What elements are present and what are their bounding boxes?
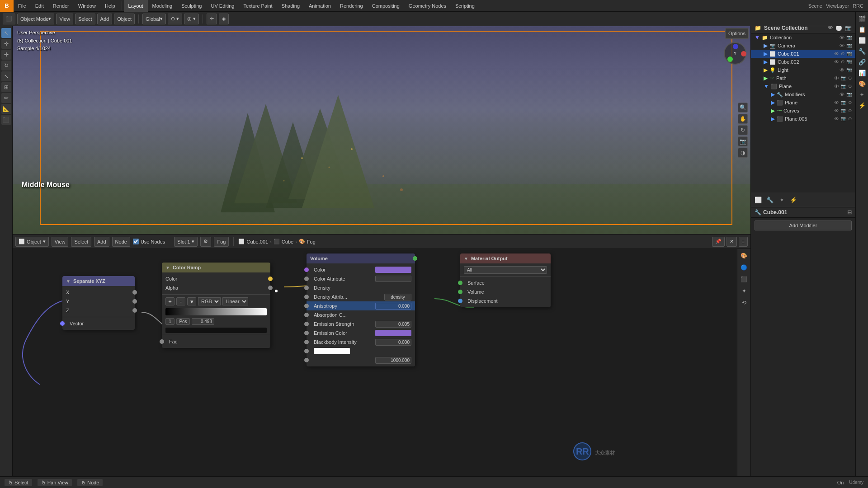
sc-item-plane005[interactable]: ▶ ⬛ Plane.005 👁 📷 ⊙ [751,115,855,123]
ne-use-nodes-toggle[interactable]: Use Nodes [133,239,165,244]
toolbar-cursor[interactable]: ✛ [207,14,217,24]
item-render-icon[interactable]: 📷 [841,100,846,105]
sc-item-cube001[interactable]: ▶ ⬜ Cube.001 👁 ⊙ 📷 [751,50,855,58]
ne-material-icon[interactable]: ⚙ [200,237,211,247]
toolbar-object-mode[interactable]: Object Mode ▾ [17,14,54,24]
ne-slot[interactable]: Slot 1 ▾ [174,237,198,247]
menu-render[interactable]: Render [48,0,74,12]
node-separate-xyz[interactable]: ▼ Separate XYZ X Y Z V [62,276,135,330]
mode-shading[interactable]: Shading [277,0,304,12]
vol-white-swatch[interactable] [314,348,350,354]
socket-in-vol-emission-str[interactable] [304,322,309,326]
tool-add-cube[interactable]: ⬛ [1,115,11,125]
item-render-icon[interactable]: 📷 [841,108,846,113]
item-render-icon[interactable]: 📷 [846,51,852,56]
ne-view[interactable]: View [52,237,69,247]
ramp-add-btn[interactable]: + [165,297,175,305]
item-extra-icon[interactable]: ⊙ [848,100,852,105]
socket-in-mo-surface[interactable] [458,281,462,285]
ne-strip-icon1[interactable]: 🎨 [739,251,749,261]
sc-item-plane[interactable]: ▼ ⬛ Plane 👁 📷 ⊙ [751,82,855,90]
strip-data-icon[interactable]: 📊 [857,68,867,78]
sc-item-cube002[interactable]: ▶ ⬜ Cube.002 👁 ⊙ 📷 [751,58,855,66]
vol-emission-swatch[interactable] [375,330,411,336]
item-eye-icon[interactable]: 👁 [840,35,844,40]
socket-in-fac[interactable] [160,339,164,344]
socket-out-x[interactable] [132,290,137,295]
ne-strip-icon4[interactable]: ✦ [739,286,749,296]
tool-transform[interactable]: ⊞ [1,82,11,92]
item-eye-icon[interactable]: 👁 [834,59,839,65]
item-eye-icon[interactable]: 👁 [840,92,844,97]
ne-select[interactable]: Select [71,237,91,247]
toolbar-snap[interactable]: ⊙ ▾ [168,14,182,24]
strip-modifier-icon[interactable]: 🔧 [857,46,867,56]
item-eye-icon[interactable]: 👁 [834,75,839,81]
socket-in-vector[interactable] [60,321,65,326]
blender-logo[interactable]: B [0,0,14,12]
vol-color-attr-swatch[interactable] [375,276,411,282]
ne-add[interactable]: Add [94,237,109,247]
socket-in-vol-density-attr[interactable] [304,295,309,299]
anisotropy-field[interactable] [375,303,411,310]
item-eye-icon[interactable]: 👁 [840,67,844,73]
sc-item-plane-sub[interactable]: ▶ ⬛ Plane 👁 📷 ⊙ [751,99,855,107]
status-node-btn[interactable]: 🖱 Node [77,479,103,486]
menu-window[interactable]: Window [74,0,100,12]
socket-in-mo-displacement[interactable] [458,299,462,303]
item-render-icon[interactable]: 📷 [841,75,846,81]
item-render-icon[interactable]: 📷 [841,84,846,89]
toolbar-editor-type[interactable]: ⬛ [3,14,15,24]
socket-in-vol-color[interactable] [304,267,309,272]
add-modifier-btn[interactable]: Add Modifier [755,221,852,230]
node-volume[interactable]: Volume Color Color Attribute [307,253,415,366]
toolbar-transform-global[interactable]: Global ▾ [142,14,166,24]
ne-strip-icon5[interactable]: ⟲ [739,298,749,308]
socket-in-vol-color-attr[interactable] [304,277,309,281]
blackbody-intensity-field[interactable] [375,339,411,346]
item-render-icon[interactable]: 📷 [846,59,852,65]
mode-sculpting[interactable]: Sculpting [177,0,206,12]
ne-pin[interactable]: 📌 [712,237,725,247]
item-eye-icon[interactable]: 👁 [834,84,839,89]
ne-close[interactable]: ✕ [726,237,737,247]
navigation-gizmo[interactable]: Y [722,40,749,67]
vp-pan[interactable]: ✋ [738,114,748,124]
socket-in-vol-density[interactable] [304,286,309,290]
vp-zoom-in[interactable]: 🔍 [738,103,748,113]
item-extra-icon[interactable]: ⊙ [848,84,852,89]
sc-item-path[interactable]: ▶ 〰 Path 👁 📷 ⊙ [751,74,855,82]
ramp-interp-select[interactable]: LinearEase [222,297,248,305]
status-pan-btn[interactable]: 🖱 Pan View [38,479,72,486]
prop-icon-particles[interactable]: ✦ [776,194,787,205]
toolbar-view[interactable]: View [56,14,73,24]
sc-item-curves[interactable]: ▶ 〰 Curves 👁 📷 ⊙ [751,107,855,115]
tool-measure[interactable]: 📐 [1,104,11,114]
ne-material-name[interactable]: Fog [214,237,229,247]
item-eye-icon[interactable]: 👁 [834,116,839,122]
prop-icon-modifier[interactable]: 🔧 [764,194,775,205]
node-color-ramp[interactable]: ▼ Color Ramp Color Alpha + - [162,263,270,348]
breadcrumb-item-1[interactable]: Cube.001 [246,239,268,244]
tool-rotate[interactable]: ↻ [1,61,11,70]
menu-help[interactable]: Help [100,0,120,12]
strip-object-icon[interactable]: ⬜ [857,35,867,45]
toolbar-object[interactable]: Object [114,14,135,24]
node-material-output[interactable]: ▼ Material Output All Surface [460,253,551,307]
ramp-mode-select[interactable]: RGBHSV [198,297,221,305]
mode-animation[interactable]: Animation [304,0,335,12]
mode-geometry-nodes[interactable]: Geometry Nodes [404,0,451,12]
density-attr-field[interactable] [384,294,411,300]
strip-scene-icon[interactable]: 🎬 [857,14,867,23]
item-eye-icon[interactable]: 👁 [834,51,839,56]
breadcrumb-item-2[interactable]: Cube [282,239,293,244]
sc-item-collection[interactable]: ▼ 📁 Collection 👁 📷 [751,33,855,42]
item-render-icon[interactable]: 📷 [846,92,852,97]
ramp-pos-value[interactable]: 0.498 [192,318,214,325]
strip-physics-icon[interactable]: ⚡ [857,100,867,110]
main-viewport[interactable]: User Perspective (8) Collection | Cube.0… [13,26,750,234]
tool-select[interactable]: ↖ [1,28,11,38]
mo-all-select[interactable]: All [464,266,547,274]
socket-out-alpha[interactable] [268,286,273,290]
breadcrumb-item-3[interactable]: Fog [307,239,316,244]
